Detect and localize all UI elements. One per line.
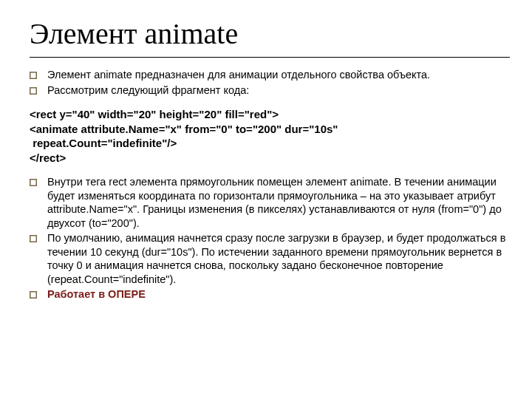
slide-body: Элемент animate предназначен для анимаци… — [30, 68, 510, 312]
svg-rect-4 — [30, 292, 37, 299]
svg-rect-3 — [30, 236, 37, 242]
bullet-icon — [30, 86, 41, 96]
details-list: Внутри тега rect элемента прямоугольник … — [30, 175, 510, 301]
list-item: Работает в ОПЕРЕ — [30, 287, 510, 301]
list-item: Элемент animate предназначен для анимаци… — [30, 68, 510, 82]
svg-rect-0 — [30, 72, 37, 79]
svg-rect-2 — [30, 180, 37, 186]
list-item: Внутри тега rect элемента прямоугольник … — [30, 175, 510, 230]
list-item-text: Внутри тега rect элемента прямоугольник … — [41, 175, 510, 230]
bullet-icon — [30, 233, 41, 244]
slide-title: Элемент animate — [30, 16, 510, 58]
list-item: По умолчанию, анимация начнется сразу по… — [30, 231, 510, 286]
bullet-icon — [30, 290, 41, 300]
list-item-text-emphasis: Работает в ОПЕРЕ — [41, 287, 510, 301]
slide: Элемент animate Элемент animate предназн… — [0, 0, 532, 399]
list-item: Рассмотрим следующий фрагмент кода: — [30, 83, 510, 98]
svg-rect-1 — [30, 87, 37, 94]
list-item-text: Элемент animate предназначен для анимаци… — [41, 68, 510, 82]
code-snippet: <rect y="40" width="20" height="20" fill… — [30, 107, 510, 165]
bullet-icon — [30, 70, 41, 81]
list-item-text: Рассмотрим следующий фрагмент кода: — [41, 83, 510, 98]
bullet-icon — [30, 177, 41, 188]
intro-list: Элемент animate предназначен для анимаци… — [30, 68, 510, 97]
list-item-text: По умолчанию, анимация начнется сразу по… — [41, 231, 510, 286]
